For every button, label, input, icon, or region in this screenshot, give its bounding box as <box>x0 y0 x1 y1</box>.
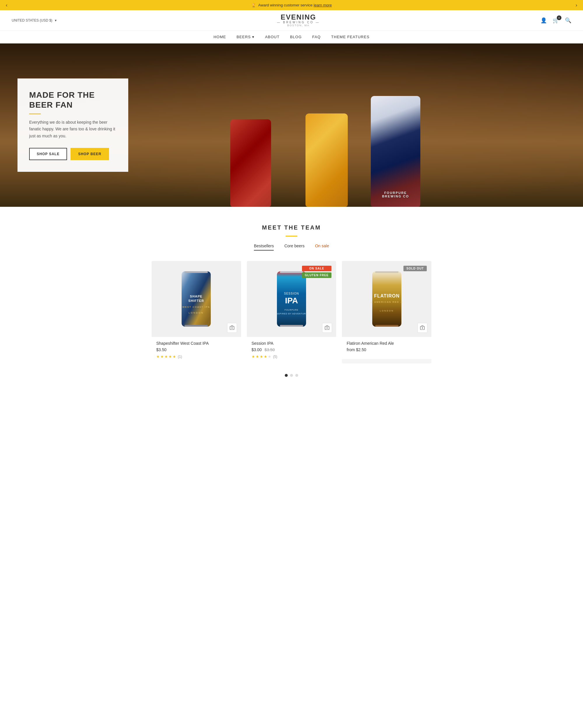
svg-rect-11 <box>280 271 303 273</box>
can-middle <box>305 113 348 207</box>
hero-description: Everything we do is about keeping the be… <box>29 119 117 140</box>
svg-rect-22 <box>375 325 398 327</box>
svg-rect-20 <box>372 271 401 327</box>
region-label: UNITED STATES (USD $) <box>12 18 53 23</box>
quick-add-icon <box>230 326 234 330</box>
tab-bestsellers[interactable]: Bestsellers <box>254 243 274 251</box>
header-actions: 👤 🛒 0 🔍 <box>540 17 571 24</box>
svg-text:SHAPE: SHAPE <box>190 294 202 298</box>
product-name-flatiron: Flatiron American Red Ale <box>346 341 427 346</box>
announcement-text: Award winning customer service <box>258 3 312 7</box>
logo-tagline: BOSTON, MA <box>277 24 320 27</box>
can-shapeshifter-svg: SHAPE SHIFTER WEST COAST IPA LONDON <box>180 268 212 330</box>
product-badges-flatiron: SOLD OUT <box>404 266 427 271</box>
svg-text:FOURPURE: FOURPURE <box>284 309 298 311</box>
cart-icon-button[interactable]: 🛒 0 <box>553 17 559 24</box>
logo-sub: — BREWING CO — <box>277 21 320 24</box>
product-rating-shapeshifter: ★ ★ ★ ★ ★ (1) <box>156 354 237 359</box>
quick-add-icon-3 <box>420 326 425 330</box>
svg-text:FLATIRON: FLATIRON <box>374 293 400 298</box>
star-5: ★ <box>268 354 271 359</box>
product-image-shapeshifter: SHAPE SHIFTER WEST COAST IPA LONDON <box>151 261 241 337</box>
hero-accent-bar <box>29 113 41 114</box>
chevron-right-icon: › <box>576 3 577 7</box>
review-count-shapeshifter: (1) <box>178 355 182 359</box>
chevron-down-icon: ▾ <box>55 18 57 23</box>
quick-add-flatiron[interactable] <box>417 323 427 333</box>
announcement-prev-button[interactable]: ‹ <box>6 3 7 8</box>
products-section: MEET THE TEAM Bestsellers Core beers On … <box>0 207 583 389</box>
nav-faq[interactable]: FAQ <box>312 35 321 39</box>
svg-rect-12 <box>280 325 303 327</box>
search-icon-button[interactable]: 🔍 <box>565 17 571 24</box>
shop-sale-button[interactable]: SHOP SALE <box>29 148 67 160</box>
quick-add-icon-2 <box>325 326 329 330</box>
nav-blog[interactable]: BLOG <box>290 35 302 39</box>
cart-badge: 0 <box>557 16 561 20</box>
star-4: ★ <box>264 354 267 359</box>
main-nav: HOME BEERS ▾ ABOUT BLOG FAQ THEME FEATUR… <box>0 31 583 44</box>
star-2: ★ <box>160 354 164 359</box>
svg-text:LONDON: LONDON <box>189 312 204 314</box>
star-1: ★ <box>252 354 255 359</box>
product-badges-session-ipa: ON SALE GLUTEN FREE <box>302 266 332 278</box>
region-selector[interactable]: UNITED STATES (USD $) ▾ <box>12 18 57 23</box>
can-right: FOURPUREBREWING CO <box>371 96 420 207</box>
tab-on-sale[interactable]: On sale <box>315 243 329 251</box>
svg-text:SESSION: SESSION <box>284 292 299 295</box>
svg-text:INSPIRED BY ADVENTURE: INSPIRED BY ADVENTURE <box>275 313 308 315</box>
logo[interactable]: EVENING — BREWING CO — BOSTON, MA <box>277 14 320 27</box>
svg-text:— AMERICAN RED —: — AMERICAN RED — <box>371 301 403 303</box>
product-grid: SHAPE SHIFTER WEST COAST IPA LONDON Shap… <box>151 261 432 363</box>
product-info-shapeshifter: Shapeshifter West Coast IPA $3.50 ★ ★ ★ … <box>151 337 241 363</box>
star-4: ★ <box>168 354 172 359</box>
pagination-dot-1[interactable] <box>285 374 288 377</box>
product-card-shapeshifter: SHAPE SHIFTER WEST COAST IPA LONDON Shap… <box>151 261 241 363</box>
shop-beer-button[interactable]: SHOP BEER <box>71 148 109 160</box>
original-price: $3.50 <box>265 347 275 352</box>
svg-rect-2 <box>185 325 208 327</box>
product-card-flatiron: SOLD OUT FLATIRO <box>342 261 432 363</box>
star-3: ★ <box>260 354 263 359</box>
product-image-session-ipa: ON SALE GLUTEN FREE <box>247 261 336 337</box>
trophy-icon: 🏆 <box>251 3 256 7</box>
tab-core-beers[interactable]: Core beers <box>284 243 304 251</box>
header: UNITED STATES (USD $) ▾ EVENING — BREWIN… <box>0 10 583 31</box>
product-rating-session-ipa: ★ ★ ★ ★ ★ (5) <box>252 354 332 359</box>
pagination-dot-3[interactable] <box>295 374 298 377</box>
product-info-session-ipa: Session IPA $3.00 $3.50 ★ ★ ★ ★ ★ (5) <box>247 337 336 363</box>
product-price-session-ipa: $3.00 $3.50 <box>252 347 332 352</box>
nav-theme-features[interactable]: THEME FEATURES <box>331 35 370 39</box>
user-icon-button[interactable]: 👤 <box>540 17 547 24</box>
svg-text:WEST COAST IPA: WEST COAST IPA <box>183 306 210 308</box>
from-label: from <box>346 347 356 352</box>
badge-sold-out: SOLD OUT <box>404 266 427 271</box>
announcement-next-button[interactable]: › <box>576 3 577 8</box>
badge-on-sale: ON SALE <box>302 266 332 271</box>
svg-rect-21 <box>375 271 398 273</box>
star-1: ★ <box>156 354 160 359</box>
hero-section: FOURPUREBREWING CO MADE FOR THE BEER FAN… <box>0 44 583 207</box>
price-value: $2.50 <box>356 347 366 352</box>
can-flatiron-svg: FLATIRON — AMERICAN RED — LONDON <box>371 268 403 330</box>
nav-home[interactable]: HOME <box>213 35 226 39</box>
pagination-dots <box>12 374 571 377</box>
review-count-session-ipa: (5) <box>273 355 278 359</box>
star-5: ★ <box>172 354 176 359</box>
svg-text:SHIFTER: SHIFTER <box>188 299 204 303</box>
nav-beers[interactable]: BEERS ▾ <box>237 35 254 39</box>
nav-about[interactable]: ABOUT <box>265 35 280 39</box>
section-accent-bar <box>286 236 297 237</box>
sale-price: $3.00 <box>252 347 262 352</box>
quick-add-session-ipa[interactable] <box>322 323 332 333</box>
svg-text:LONDON: LONDON <box>380 310 394 312</box>
quick-add-shapeshifter[interactable] <box>227 323 237 333</box>
pagination-dot-2[interactable] <box>290 374 293 377</box>
section-title: MEET THE TEAM <box>12 224 571 231</box>
badge-gluten-free: GLUTEN FREE <box>302 272 332 278</box>
product-tabs: Bestsellers Core beers On sale <box>12 243 571 251</box>
can-right-label: FOURPUREBREWING CO <box>371 191 420 198</box>
announcement-link[interactable]: learn more <box>314 3 332 7</box>
star-3: ★ <box>164 354 168 359</box>
product-info-flatiron: Flatiron American Red Ale from $2.50 <box>342 337 432 359</box>
